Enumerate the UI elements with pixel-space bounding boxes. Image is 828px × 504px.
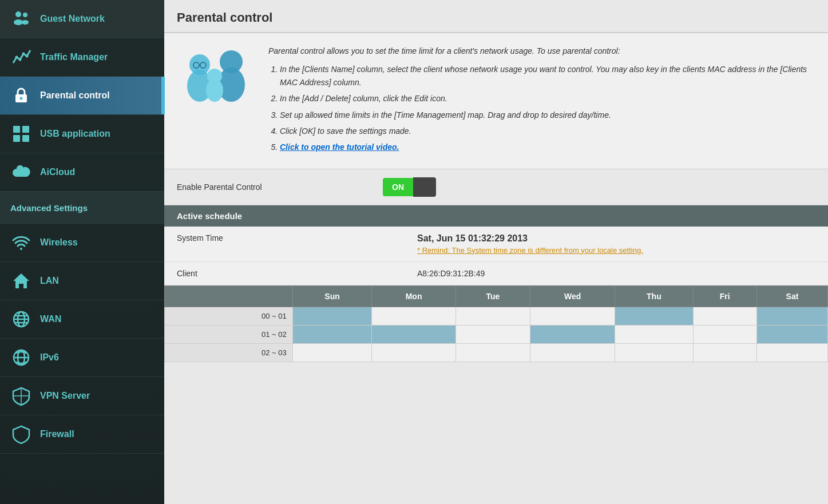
sidebar-item-aicloud[interactable]: AiCloud	[0, 153, 164, 192]
time-label-01: 01 ~ 02	[165, 325, 293, 343]
sidebar-item-ipv6-label: IPv6	[40, 352, 59, 363]
cell-00-mon[interactable]	[372, 307, 455, 325]
toggle-off-area	[413, 177, 436, 197]
system-time-value: Sat, Jun 15 01:32:29 2013 * Remind: The …	[417, 233, 815, 255]
svg-point-14	[20, 248, 22, 250]
time-reminder[interactable]: * Remind: The System time zone is differ…	[417, 246, 815, 255]
schedule-section: Active schedule System Time Sat, Jun 15 …	[164, 205, 828, 362]
cell-00-sat[interactable]	[756, 307, 827, 325]
day-mon: Mon	[372, 285, 455, 307]
vpn-icon	[10, 385, 32, 407]
sidebar-item-wireless-label: Wireless	[40, 237, 78, 248]
description-text: Parental control allows you to set the t…	[268, 45, 815, 157]
sidebar-item-lan[interactable]: LAN	[0, 262, 164, 300]
day-sun: Sun	[292, 285, 372, 307]
sidebar: Guest Network Traffic Manager Parental c…	[0, 0, 164, 504]
cell-02-sat[interactable]	[756, 343, 827, 362]
tutorial-link[interactable]: Click to open the tutorial video.	[280, 142, 399, 152]
cell-01-sat[interactable]	[756, 325, 827, 343]
day-thu: Thu	[615, 285, 693, 307]
system-time-row: System Time Sat, Jun 15 01:32:29 2013 * …	[164, 227, 828, 262]
cell-01-mon[interactable]	[372, 325, 455, 343]
svg-point-3	[22, 20, 29, 25]
toggle-switch[interactable]: ON	[383, 177, 436, 197]
cell-02-tue[interactable]	[455, 343, 530, 362]
main-content: Parental control Parental cont	[164, 0, 828, 504]
sidebar-item-vpn-server[interactable]: VPN Server	[0, 377, 164, 415]
svg-rect-10	[13, 126, 20, 133]
cell-01-wed[interactable]	[530, 325, 615, 343]
description-intro: Parental control allows you to set the t…	[268, 45, 815, 57]
toggle-on-label: ON	[383, 178, 413, 196]
globe2-icon	[10, 347, 32, 368]
sidebar-item-wireless[interactable]: Wireless	[0, 224, 164, 262]
wifi-icon	[10, 232, 32, 253]
sidebar-item-lan-label: LAN	[40, 276, 59, 286]
svg-point-5	[19, 58, 22, 61]
chart-icon	[10, 46, 32, 68]
sidebar-item-traffic-manager-label: Traffic Manager	[40, 52, 108, 62]
system-time-label: System Time	[177, 233, 417, 243]
puzzle-icon	[10, 123, 32, 145]
schedule-header: Active schedule	[164, 205, 828, 227]
day-tue: Tue	[455, 285, 530, 307]
shield-icon	[10, 423, 32, 445]
enable-row: Enable Parental Control ON	[164, 169, 828, 205]
step-2: In the [Add / Delete] column, click the …	[280, 92, 815, 105]
globe-icon	[10, 308, 32, 330]
svg-rect-13	[22, 135, 29, 142]
cell-02-thu[interactable]	[615, 343, 693, 362]
cell-01-tue[interactable]	[455, 325, 530, 343]
time-grid: Sun Mon Tue Wed Thu Fri Sat 00 ~ 01	[164, 285, 828, 362]
svg-rect-11	[22, 126, 29, 133]
cell-00-tue[interactable]	[455, 307, 530, 325]
system-time-display: Sat, Jun 15 01:32:29 2013	[417, 233, 815, 244]
svg-point-9	[20, 97, 23, 100]
description-area: Parental control allows you to set the t…	[164, 33, 828, 169]
advanced-settings-label: Advanced Settings	[10, 203, 88, 213]
cell-01-fri[interactable]	[693, 325, 756, 343]
sidebar-item-wan[interactable]: WAN	[0, 300, 164, 339]
lock-icon	[10, 85, 32, 106]
cloud-icon	[10, 161, 32, 183]
cell-01-sun[interactable]	[292, 325, 372, 343]
client-label: Client	[177, 269, 417, 278]
cell-02-wed[interactable]	[530, 343, 615, 362]
schedule-body: System Time Sat, Jun 15 01:32:29 2013 * …	[164, 227, 828, 362]
cell-00-fri[interactable]	[693, 307, 756, 325]
parental-icon	[177, 45, 257, 113]
day-sat: Sat	[756, 285, 827, 307]
cell-02-fri[interactable]	[693, 343, 756, 362]
svg-point-29	[206, 79, 223, 102]
svg-point-4	[15, 56, 18, 59]
sidebar-item-parental-control-label: Parental control	[40, 90, 110, 101]
client-value: A8:26:D9:31:2B:49	[417, 269, 815, 278]
sidebar-item-guest-network[interactable]: Guest Network	[0, 0, 164, 38]
page-title: Parental control	[164, 0, 828, 33]
cell-00-wed[interactable]	[530, 307, 615, 325]
steps-list: In the [Clients Name] column, select the…	[280, 63, 815, 153]
cell-02-sun[interactable]	[292, 343, 372, 362]
table-row: 02 ~ 03	[165, 343, 828, 362]
cell-02-mon[interactable]	[372, 343, 455, 362]
sidebar-item-usb-application[interactable]: USB application	[0, 115, 164, 153]
svg-point-2	[23, 13, 27, 17]
sidebar-item-firewall[interactable]: Firewall	[0, 415, 164, 454]
sidebar-item-parental-control[interactable]: Parental control	[0, 77, 164, 115]
time-col-header	[165, 285, 293, 307]
cell-00-sun[interactable]	[292, 307, 372, 325]
client-row: Client A8:26:D9:31:2B:49	[164, 262, 828, 285]
people-icon	[10, 8, 32, 30]
sidebar-item-traffic-manager[interactable]: Traffic Manager	[0, 38, 164, 77]
cell-00-thu[interactable]	[615, 307, 693, 325]
step-3: Set up allowed time limits in the [Time …	[280, 109, 815, 121]
home-icon	[10, 270, 32, 292]
sidebar-item-usb-application-label: USB application	[40, 129, 110, 139]
cell-01-thu[interactable]	[615, 325, 693, 343]
svg-point-7	[26, 55, 29, 58]
svg-point-1	[14, 19, 23, 25]
day-fri: Fri	[693, 285, 756, 307]
time-label-00: 00 ~ 01	[165, 307, 293, 325]
step-5: Click to open the tutorial video.	[280, 141, 815, 153]
sidebar-item-ipv6[interactable]: IPv6	[0, 339, 164, 377]
